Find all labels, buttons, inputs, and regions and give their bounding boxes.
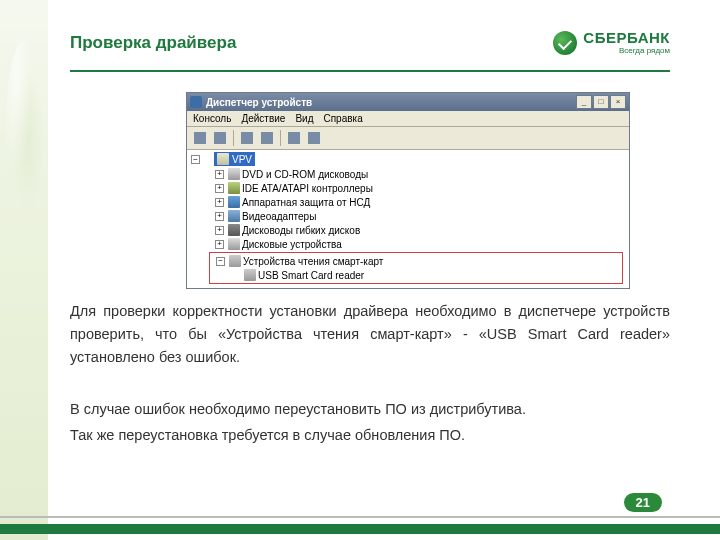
floppy-icon xyxy=(228,224,240,236)
footer-divider-green xyxy=(0,524,720,534)
tree-label: USB Smart Card reader xyxy=(258,270,364,281)
page-number-badge: 21 xyxy=(624,493,662,512)
controller-icon xyxy=(228,182,240,194)
tool-refresh[interactable] xyxy=(305,129,323,147)
expand-icon[interactable]: + xyxy=(215,198,224,207)
paragraph-2: В случае ошибок необходимо переустановит… xyxy=(70,398,670,421)
tree-item-smartcard-group[interactable]: − Устройства чтения смарт-карт xyxy=(214,254,622,268)
expand-icon[interactable]: + xyxy=(215,184,224,193)
menu-help[interactable]: Справка xyxy=(323,113,362,124)
header: Проверка драйвера СБЕРБАНК Всегда рядом xyxy=(70,30,670,55)
tree-label: Аппаратная защита от НСД xyxy=(242,197,370,208)
toolbar-separator xyxy=(280,130,281,146)
tree-root[interactable]: VPV xyxy=(214,152,255,166)
tree-item-ide[interactable]: + IDE ATA/ATAPI контроллеры xyxy=(213,181,627,195)
tree-item-usb-smartcard-reader[interactable]: USB Smart Card reader xyxy=(242,268,622,282)
tree-item-floppy[interactable]: + Дисководы гибких дисков xyxy=(213,223,627,237)
header-divider xyxy=(70,70,670,72)
disc-icon xyxy=(228,168,240,180)
logo-tagline: Всегда рядом xyxy=(583,47,670,55)
tool-view[interactable] xyxy=(238,129,256,147)
tree-item-disk[interactable]: + Дисковые устройства xyxy=(213,237,627,251)
tool-back[interactable] xyxy=(191,129,209,147)
reader-icon xyxy=(244,269,256,281)
tree-label: IDE ATA/ATAPI контроллеры xyxy=(242,183,373,194)
expand-icon[interactable]: + xyxy=(215,226,224,235)
expand-icon[interactable]: − xyxy=(216,257,225,266)
toolbar-separator xyxy=(233,130,234,146)
smartcard-highlight-box: − Устройства чтения смарт-карт USB Smart… xyxy=(209,252,623,284)
expand-icon[interactable]: + xyxy=(215,170,224,179)
tree-label: DVD и CD-ROM дисководы xyxy=(242,169,368,180)
minimize-button[interactable]: _ xyxy=(576,95,592,109)
tool-props[interactable] xyxy=(258,129,276,147)
tree-label: Дисководы гибких дисков xyxy=(242,225,360,236)
expand-icon[interactable]: + xyxy=(215,240,224,249)
titlebar: Диспетчер устройств _ □ × xyxy=(187,93,629,111)
tool-scan[interactable] xyxy=(285,129,303,147)
menu-view[interactable]: Вид xyxy=(295,113,313,124)
sberbank-logo-icon xyxy=(553,31,577,55)
maximize-button[interactable]: □ xyxy=(593,95,609,109)
menubar: Консоль Действие Вид Справка xyxy=(187,111,629,127)
tool-forward[interactable] xyxy=(211,129,229,147)
menu-console[interactable]: Консоль xyxy=(193,113,231,124)
tree-label: Устройства чтения смарт-карт xyxy=(243,256,383,267)
paragraph-1: Для проверки корректности установки драй… xyxy=(70,300,670,370)
expand-icon[interactable]: + xyxy=(215,212,224,221)
device-manager-window: Диспетчер устройств _ □ × Консоль Действ… xyxy=(186,92,630,289)
page-title: Проверка драйвера xyxy=(70,33,236,53)
logo-name: СБЕРБАНК xyxy=(583,30,670,45)
tree-label: Дисковые устройства xyxy=(242,239,342,250)
device-tree: − VPV + DVD и CD-ROM дисководы + IDE ATA… xyxy=(187,150,629,288)
tree-item-hwprotect[interactable]: + Аппаратная защита от НСД xyxy=(213,195,627,209)
computer-icon xyxy=(217,153,229,165)
disk-icon xyxy=(228,238,240,250)
window-controls: _ □ × xyxy=(576,95,626,109)
toolbar xyxy=(187,127,629,150)
app-icon xyxy=(190,96,202,108)
side-decoration xyxy=(0,0,48,540)
tree-item-dvd[interactable]: + DVD и CD-ROM дисководы xyxy=(213,167,627,181)
close-button[interactable]: × xyxy=(610,95,626,109)
monitor-icon xyxy=(228,210,240,222)
sberbank-logo: СБЕРБАНК Всегда рядом xyxy=(553,30,670,55)
root-label: VPV xyxy=(232,154,252,165)
window-title: Диспетчер устройств xyxy=(206,97,312,108)
paragraph-3: Так же переустановка требуется в случае … xyxy=(70,424,670,447)
tree-label: Видеоадаптеры xyxy=(242,211,316,222)
expand-icon[interactable]: − xyxy=(191,155,200,164)
footer-divider-gray xyxy=(0,516,720,518)
tree-item-video[interactable]: + Видеоадаптеры xyxy=(213,209,627,223)
shield-icon xyxy=(228,196,240,208)
reader-icon xyxy=(229,255,241,267)
menu-action[interactable]: Действие xyxy=(241,113,285,124)
